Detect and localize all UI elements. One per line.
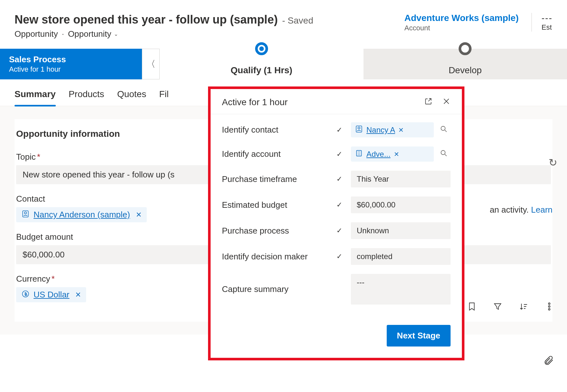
flyout-row-budget: Estimated budget ✓ $60,000.00 <box>222 196 451 213</box>
chevron-left-icon: 〈 <box>146 58 155 70</box>
est-label: Est <box>542 23 552 32</box>
bpf-stage-develop[interactable]: Develop <box>363 49 567 79</box>
flyout-header: Active for 1 hour <box>211 89 462 114</box>
breadcrumb-separator: · <box>62 29 64 39</box>
currency-link[interactable]: US Dollar <box>34 290 69 300</box>
stage-label: Develop <box>449 65 482 75</box>
currency-lookup-chip[interactable]: US Dollar ✕ <box>16 287 86 302</box>
flyout-decision-label: Identify decision maker <box>222 252 332 262</box>
flyout-row-timeframe: Purchase timeframe ✓ This Year <box>222 171 451 187</box>
check-icon: ✓ <box>336 175 346 183</box>
header-left: New store opened this year - follow up (… <box>15 13 404 39</box>
stage-flyout: Active for 1 hour Identify contact ✓ Nan… <box>208 86 464 360</box>
more-icon[interactable] <box>544 302 554 314</box>
account-label: Account <box>404 24 519 32</box>
flyout-summary-value[interactable]: --- <box>351 274 451 305</box>
svg-point-3 <box>549 303 550 305</box>
tab-products[interactable]: Products <box>69 89 104 106</box>
flyout-process-label: Purchase process <box>222 226 332 236</box>
bpf-process-status: Active for 1 hour <box>9 65 133 74</box>
header-est-block: --- Est <box>532 13 552 32</box>
account-link[interactable]: Adventure Works (sample) <box>404 13 519 23</box>
contact-icon <box>21 210 30 220</box>
tab-summary[interactable]: Summary <box>15 89 56 106</box>
saved-status: - Saved <box>282 15 313 25</box>
refresh-icon[interactable]: ↻ <box>549 156 557 169</box>
record-header: New store opened this year - follow up (… <box>0 0 567 42</box>
flyout-account-lookup[interactable]: Adve... ✕ <box>351 146 451 162</box>
flyout-budget-label: Estimated budget <box>222 200 332 210</box>
bpf-bar: Sales Process Active for 1 hour 〈 Qualif… <box>0 49 567 79</box>
flyout-body: Identify contact ✓ Nancy A ✕ Identify ac… <box>211 114 462 318</box>
currency-icon <box>21 290 30 300</box>
flyout-process-value[interactable]: Unknown <box>351 222 451 239</box>
bpf-collapse-button[interactable]: 〈 <box>142 49 160 79</box>
remove-icon[interactable]: ✕ <box>394 150 399 158</box>
flyout-budget-value[interactable]: $60,000.00 <box>351 196 451 213</box>
check-icon: ✓ <box>336 126 346 134</box>
bpf-stage-qualify[interactable]: Qualify (1 Hrs) <box>160 49 363 79</box>
flyout-account-label: Identify account <box>222 149 332 159</box>
check-icon: ✓ <box>336 150 346 158</box>
next-stage-button[interactable]: Next Stage <box>387 325 451 347</box>
tab-quotes[interactable]: Quotes <box>117 89 146 106</box>
learn-link[interactable]: Learn <box>531 205 553 215</box>
remove-currency-icon[interactable]: ✕ <box>75 291 81 299</box>
check-icon: ✓ <box>336 252 346 261</box>
flyout-account-link[interactable]: Adve... <box>366 150 391 159</box>
popout-icon[interactable] <box>424 97 433 107</box>
contact-lookup-chip[interactable]: Nancy Anderson (sample) ✕ <box>16 207 147 222</box>
flyout-decision-value[interactable]: completed <box>351 248 451 265</box>
page-title: New store opened this year - follow up (… <box>15 13 278 26</box>
check-icon: ✓ <box>336 226 346 235</box>
svg-point-8 <box>441 126 445 130</box>
activity-hint: an activity. Learn <box>490 205 552 215</box>
flyout-actions <box>424 97 451 107</box>
close-icon[interactable] <box>442 97 451 107</box>
flyout-summary-label: Capture summary <box>222 284 332 294</box>
svg-point-5 <box>549 308 550 310</box>
header-account-block: Adventure Works (sample) Account <box>404 13 519 32</box>
flyout-contact-lookup[interactable]: Nancy A ✕ <box>351 122 451 137</box>
flyout-timeframe-label: Purchase timeframe <box>222 174 332 184</box>
breadcrumb: Opportunity · Opportunity ⌄ <box>15 29 404 39</box>
bpf-stages: Qualify (1 Hrs) Develop <box>160 49 567 79</box>
search-icon[interactable] <box>437 149 451 159</box>
flyout-contact-link[interactable]: Nancy A <box>366 126 395 135</box>
bpf-process[interactable]: Sales Process Active for 1 hour <box>0 49 142 79</box>
flyout-row-decision: Identify decision maker ✓ completed <box>222 248 451 265</box>
flyout-footer: Next Stage <box>211 318 462 358</box>
svg-point-7 <box>358 127 360 129</box>
filter-icon[interactable] <box>493 302 502 314</box>
contact-link[interactable]: Nancy Anderson (sample) <box>34 210 130 220</box>
stage-inactive-circle-icon <box>459 42 472 55</box>
chevron-down-icon: ⌄ <box>114 31 118 37</box>
flyout-row-account: Identify account ✓ Adve... ✕ <box>222 146 451 162</box>
check-icon: ✓ <box>336 201 346 209</box>
tab-files[interactable]: Fil <box>159 89 169 106</box>
flyout-title: Active for 1 hour <box>222 97 288 107</box>
required-marker: * <box>51 274 55 284</box>
form-name: Opportunity <box>68 29 111 39</box>
contact-icon <box>355 125 363 135</box>
attachment-icon[interactable] <box>543 355 554 369</box>
est-dash: --- <box>542 13 552 23</box>
remove-contact-icon[interactable]: ✕ <box>136 211 142 219</box>
flyout-timeframe-value[interactable]: This Year <box>351 171 451 187</box>
bpf-process-name: Sales Process <box>9 55 133 65</box>
flyout-row-process: Purchase process ✓ Unknown <box>222 222 451 239</box>
form-selector[interactable]: Opportunity ⌄ <box>68 29 118 39</box>
account-icon <box>355 149 363 159</box>
flyout-contact-label: Identify contact <box>222 125 332 135</box>
svg-point-4 <box>549 306 550 307</box>
bookmark-icon[interactable] <box>467 302 477 314</box>
timeline-toolbar <box>467 302 554 314</box>
required-marker: * <box>37 152 40 162</box>
stage-label: Qualify (1 Hrs) <box>231 65 292 75</box>
sort-icon[interactable] <box>519 302 528 314</box>
stage-active-circle-icon <box>255 42 268 55</box>
remove-icon[interactable]: ✕ <box>398 126 404 134</box>
entity-name: Opportunity <box>15 29 58 39</box>
flyout-row-contact: Identify contact ✓ Nancy A ✕ <box>222 122 451 137</box>
search-icon[interactable] <box>437 125 451 135</box>
